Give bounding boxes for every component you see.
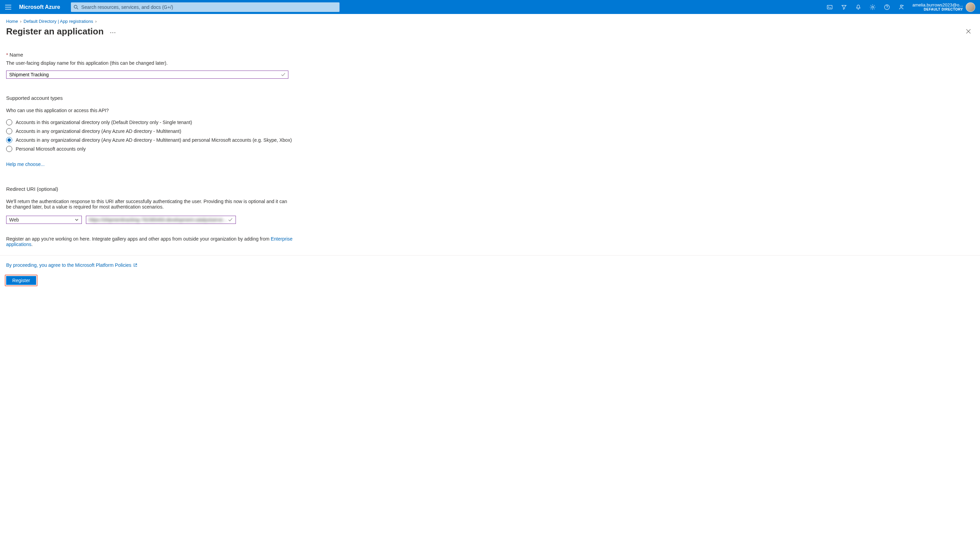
help-button[interactable] (880, 0, 894, 14)
radio-label: Personal Microsoft accounts only (16, 146, 86, 152)
breadcrumb: Home › Default Directory | App registrat… (0, 14, 980, 25)
register-button[interactable]: Register (6, 276, 36, 285)
name-input[interactable] (6, 71, 278, 78)
radio-label: Accounts in any organizational directory… (16, 137, 292, 143)
account-directory: DEFAULT DIRECTORY (913, 8, 963, 11)
filter-icon (841, 4, 847, 10)
bell-icon (855, 4, 861, 10)
blade-footer: Register (0, 268, 980, 293)
name-label: *Name (6, 52, 294, 57)
required-star-icon: * (6, 52, 8, 57)
redirect-heading: Redirect URI (optional) (6, 186, 294, 192)
svg-point-2 (872, 6, 873, 8)
page-heading-row: Register an application ⋯ (0, 25, 980, 42)
radio-icon (6, 146, 12, 152)
radio-single-tenant[interactable]: Accounts in this organizational director… (6, 119, 294, 126)
svg-point-4 (900, 5, 902, 6)
radio-personal-only[interactable]: Personal Microsoft accounts only (6, 146, 294, 152)
menu-toggle-button[interactable] (0, 0, 16, 14)
hamburger-icon (5, 5, 11, 10)
avatar (966, 2, 975, 12)
radio-label: Accounts in this organizational director… (16, 119, 192, 125)
svg-rect-1 (827, 5, 832, 9)
close-blade-button[interactable] (963, 26, 974, 37)
radio-label: Accounts in any organizational directory… (16, 129, 181, 134)
register-highlight-box: Register (5, 275, 38, 286)
enterprise-apps-line: Register an app you're working on here. … (6, 236, 294, 247)
chevron-right-icon: › (20, 19, 21, 24)
agree-row: By proceeding, you agree to the Microsof… (0, 255, 980, 268)
validation-check-icon (228, 217, 233, 222)
account-types-heading: Supported account types (6, 95, 294, 101)
global-search[interactable] (71, 2, 339, 12)
radio-icon (6, 128, 12, 134)
radio-multitenant-and-personal[interactable]: Accounts in any organizational directory… (6, 137, 294, 143)
chevron-right-icon: › (95, 19, 97, 24)
account-types-question: Who can use this application or access t… (6, 108, 294, 113)
platform-policies-link[interactable]: By proceeding, you agree to the Microsof… (6, 262, 137, 268)
radio-multitenant[interactable]: Accounts in any organizational directory… (6, 128, 294, 134)
platform-select[interactable]: Web (6, 216, 82, 224)
page-title: Register an application (6, 26, 103, 37)
settings-button[interactable] (865, 0, 880, 14)
feedback-button[interactable] (894, 0, 908, 14)
cloud-shell-button[interactable] (822, 0, 837, 14)
validation-check-icon (278, 72, 288, 77)
redirect-uri-value: https://shipmenttracking-792365493.devel… (89, 217, 228, 223)
redirect-uri-input[interactable]: https://shipmenttracking-792365493.devel… (86, 216, 236, 224)
cloud-shell-icon (827, 4, 833, 10)
svg-point-0 (74, 5, 77, 8)
top-nav-bar: Microsoft Azure amelia.burrows2023@o... … (0, 0, 980, 14)
breadcrumb-app-registrations[interactable]: Default Directory | App registrations (24, 19, 93, 24)
search-icon (74, 5, 78, 10)
redirect-uri-row: Web https://shipmenttracking-792365493.d… (6, 216, 294, 224)
radio-icon (6, 119, 12, 126)
account-types-radio-group: Accounts in this organizational director… (6, 119, 294, 152)
register-form: *Name The user-facing display name for t… (0, 42, 300, 247)
external-link-icon (133, 263, 137, 267)
platform-select-value: Web (9, 217, 19, 223)
directories-button[interactable] (837, 0, 851, 14)
more-actions-button[interactable]: ⋯ (110, 27, 116, 36)
redirect-description: We'll return the authentication response… (6, 199, 289, 210)
radio-icon (6, 137, 12, 143)
brand-label[interactable]: Microsoft Azure (16, 4, 67, 10)
help-icon (884, 4, 890, 10)
feedback-icon (898, 4, 904, 10)
breadcrumb-home[interactable]: Home (6, 19, 18, 24)
search-input[interactable] (78, 5, 337, 10)
notifications-button[interactable] (851, 0, 865, 14)
topbar-utility-icons (822, 0, 908, 14)
name-description: The user-facing display name for this ap… (6, 60, 294, 66)
help-me-choose-link[interactable]: Help me choose... (6, 162, 45, 167)
account-menu[interactable]: amelia.burrows2023@o... DEFAULT DIRECTOR… (908, 2, 977, 12)
account-email: amelia.burrows2023@o... (913, 3, 963, 8)
gear-icon (870, 4, 876, 10)
name-input-wrapper (6, 70, 288, 79)
close-icon (966, 29, 971, 34)
chevron-down-icon (75, 218, 79, 222)
